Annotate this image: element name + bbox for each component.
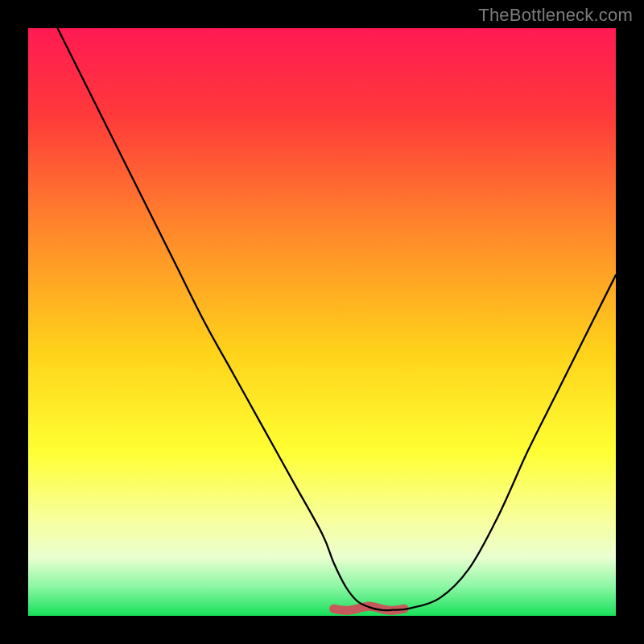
watermark-text: TheBottleneck.com [478, 5, 633, 26]
chart-svg [28, 28, 616, 616]
chart-frame: TheBottleneck.com [0, 0, 644, 644]
gradient-rect [28, 28, 616, 616]
plot-area [28, 28, 616, 616]
